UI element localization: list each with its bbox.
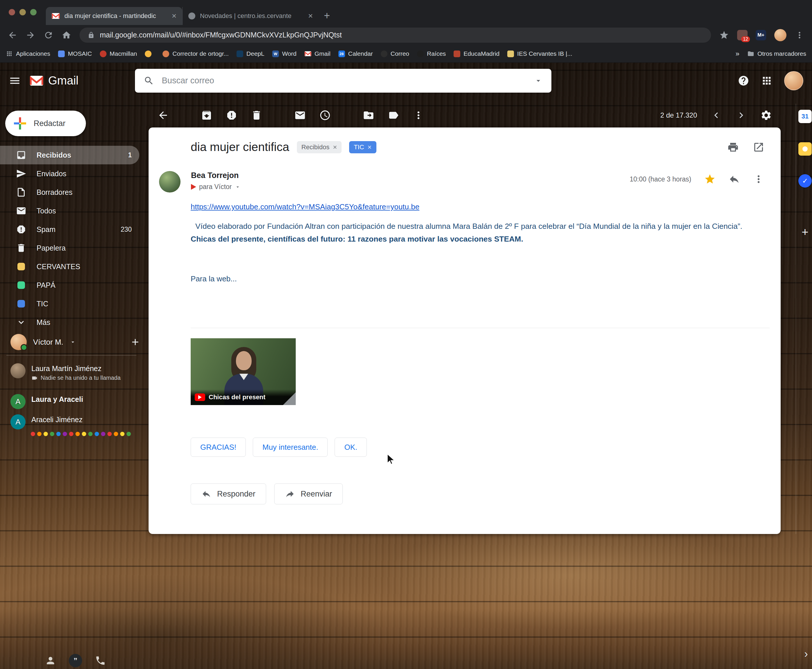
add-addon-icon[interactable]: +: [799, 225, 812, 239]
contact-laura-martin[interactable]: Laura Martín Jiménez Nadie se ha unido a…: [10, 363, 142, 381]
reply-button[interactable]: Responder: [191, 484, 266, 504]
bookmark-calendar[interactable]: 28Calendar: [338, 50, 373, 57]
open-in-new-icon[interactable]: [753, 141, 764, 153]
sidebar-item-todos[interactable]: Todos: [0, 202, 139, 220]
sidebar-item-recibidos[interactable]: Recibidos1: [0, 146, 139, 164]
report-spam-icon[interactable]: [226, 109, 237, 121]
forward-button[interactable]: Reenviar: [274, 484, 343, 504]
browser-tab-gmail[interactable]: dia mujer cientifica - martindedic ×: [46, 7, 182, 25]
recipient-row[interactable]: para Víctor: [191, 183, 241, 191]
hangouts-contacts-icon[interactable]: [45, 655, 56, 666]
bookmark-word[interactable]: WWord: [272, 50, 297, 57]
window-zoom-button[interactable]: [30, 9, 37, 15]
back-icon[interactable]: [8, 30, 17, 40]
sidebar-item-papelera[interactable]: Papelera: [0, 239, 139, 257]
print-icon[interactable]: [727, 141, 739, 153]
chip-remove-icon[interactable]: ×: [333, 143, 337, 151]
contact-araceli[interactable]: A Araceli Jiménez: [10, 414, 142, 429]
window-close-button[interactable]: [9, 9, 15, 15]
tab-close-icon[interactable]: ×: [172, 12, 176, 20]
address-bar[interactable]: mail.google.com/mail/u/0/#inbox/FMfcgxwG…: [79, 28, 711, 43]
window-controls[interactable]: [9, 9, 37, 15]
reload-icon[interactable]: [44, 30, 54, 40]
bookmark-star-icon[interactable]: [719, 30, 729, 40]
bookmark-otros-marcadores[interactable]: Otros marcadores: [747, 50, 806, 57]
tasks-panel-icon[interactable]: ✓: [799, 174, 812, 188]
bookmark-raices[interactable]: Raíces: [417, 50, 446, 57]
sidebar-item-spam[interactable]: Spam230: [0, 220, 139, 239]
calendar-panel-icon[interactable]: 31: [799, 110, 812, 123]
search-input[interactable]: Buscar correo: [135, 69, 551, 92]
account-avatar[interactable]: [784, 71, 803, 90]
mark-unread-icon[interactable]: [294, 109, 306, 121]
panel-collapse-chevron[interactable]: ›: [804, 648, 808, 660]
sidebar-item-mas[interactable]: Más: [0, 313, 139, 331]
browser-tab-novedades[interactable]: Novedades | centro.ies.cervante ×: [182, 7, 319, 25]
google-apps-icon[interactable]: [761, 75, 773, 87]
bookmarks-overflow-chevron[interactable]: »: [736, 50, 740, 58]
settings-gear-icon[interactable]: [760, 109, 772, 121]
back-to-inbox-icon[interactable]: [157, 109, 169, 121]
delete-icon[interactable]: [251, 109, 262, 121]
label-chip-recibidos[interactable]: Recibidos×: [297, 141, 342, 153]
label-chip-tic[interactable]: TIC×: [349, 141, 376, 153]
sidebar-item-borradores[interactable]: Borradores: [0, 183, 139, 202]
bookmark-corrector[interactable]: Corrector de ortogr...: [163, 50, 229, 57]
more-actions-icon[interactable]: [413, 109, 424, 121]
new-conversation-icon[interactable]: [130, 337, 141, 347]
search-options-caret-icon[interactable]: [534, 76, 543, 85]
star-icon[interactable]: [704, 173, 716, 185]
home-icon[interactable]: [62, 30, 71, 40]
smart-reply-gracias[interactable]: GRACIAS!: [191, 437, 246, 457]
hamburger-menu-icon[interactable]: [9, 75, 21, 87]
mouse-cursor: [385, 453, 397, 465]
bookmark-unnamed[interactable]: [145, 50, 155, 57]
help-icon[interactable]: [738, 75, 749, 87]
compose-button[interactable]: Redactar: [5, 111, 86, 136]
bookmark-macmillan[interactable]: Macmillan: [100, 50, 137, 57]
sidebar-item-cervantes[interactable]: CERVANTES: [0, 257, 139, 276]
video-attachment[interactable]: Chicas del present: [191, 338, 296, 405]
hangouts-conversations-icon[interactable]: ”: [69, 654, 82, 667]
search-icon[interactable]: [144, 76, 154, 86]
smart-reply-muy-interesante[interactable]: Muy interesante.: [253, 437, 328, 457]
hangouts-account-row[interactable]: Víctor M.: [10, 333, 141, 351]
contact-laura-y-araceli[interactable]: A Laura y Araceli: [10, 394, 142, 409]
bookmark-favicon: [145, 50, 151, 57]
hangouts-calls-icon[interactable]: [95, 655, 106, 666]
reply-icon[interactable]: [728, 173, 740, 185]
more-options-icon[interactable]: [753, 173, 764, 185]
forward-icon[interactable]: [25, 30, 35, 40]
show-details-caret-icon[interactable]: [235, 184, 241, 190]
sidebar-item-enviados[interactable]: Enviados: [0, 164, 139, 183]
extension-mplus-icon[interactable]: M+: [756, 30, 766, 40]
extension-icon[interactable]: 12: [737, 30, 748, 40]
chip-remove-icon[interactable]: ×: [368, 143, 372, 151]
older-email-icon[interactable]: [735, 109, 747, 121]
bookmark-mosaic[interactable]: MOSAIC: [58, 50, 92, 57]
tab-close-icon[interactable]: ×: [308, 12, 313, 20]
browser-profile-avatar[interactable]: [774, 29, 787, 41]
sidebar-item-papa[interactable]: PAPÁ: [0, 276, 139, 294]
window-minimize-button[interactable]: [19, 9, 26, 15]
newer-email-icon[interactable]: [710, 109, 722, 121]
archive-icon[interactable]: [201, 109, 212, 121]
sender-avatar[interactable]: [159, 171, 181, 193]
bookmark-educamadrid[interactable]: EducaMadrid: [454, 50, 500, 57]
new-tab-button[interactable]: +: [324, 10, 330, 21]
bookmark-ies-cervantes[interactable]: IES Cervantes IB |...: [507, 50, 572, 57]
bookmark-aplicaciones[interactable]: Aplicaciones: [6, 50, 50, 57]
browser-menu-icon[interactable]: [795, 30, 804, 40]
smart-reply-ok[interactable]: OK.: [335, 437, 367, 457]
browser-address-row: mail.google.com/mail/u/0/#inbox/FMfcgxwG…: [0, 25, 812, 45]
snooze-icon[interactable]: [319, 109, 331, 121]
move-to-icon[interactable]: [363, 109, 374, 121]
bookmark-correo[interactable]: Correo: [381, 50, 409, 57]
youtube-link[interactable]: https://www.youtube.com/watch?v=MSAiag3C…: [191, 202, 419, 212]
labels-icon[interactable]: [388, 109, 399, 121]
account-caret-icon[interactable]: [70, 339, 76, 345]
keep-panel-icon[interactable]: [799, 142, 812, 156]
sidebar-item-tic[interactable]: TIC: [0, 294, 139, 313]
bookmark-gmail[interactable]: Gmail: [304, 50, 331, 57]
bookmark-deepl[interactable]: DeepL: [237, 50, 264, 57]
